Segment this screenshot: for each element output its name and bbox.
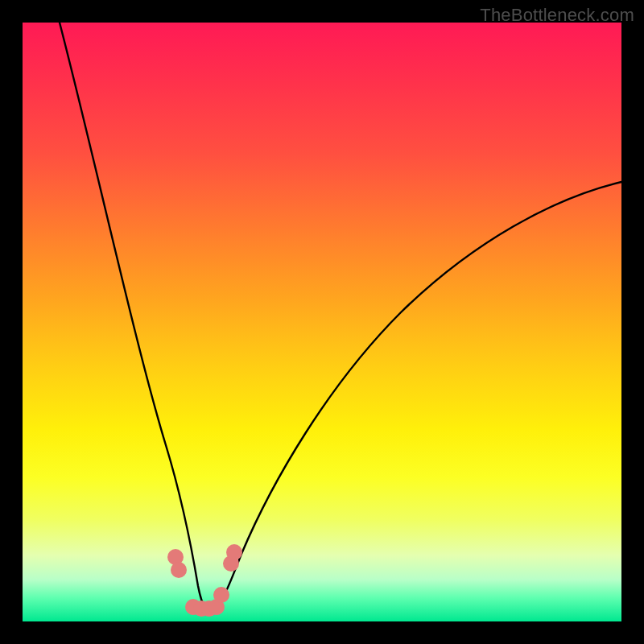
svg-point-1 (171, 562, 187, 578)
svg-point-6 (213, 587, 229, 603)
bottleneck-curve-left (60, 23, 209, 610)
chart-frame: TheBottleneck.com (0, 0, 644, 644)
bottleneck-curve-right (209, 182, 621, 610)
plot-area (23, 23, 621, 621)
curve-layer (23, 23, 621, 621)
svg-point-8 (226, 544, 242, 560)
